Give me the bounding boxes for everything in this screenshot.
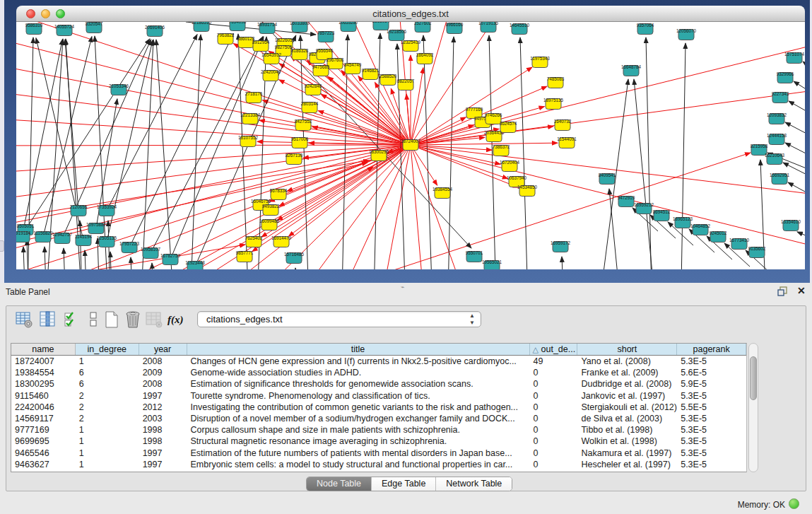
column-header-in_degree[interactable]: in_degree (76, 344, 139, 355)
select-all-checks-icon[interactable] (63, 310, 81, 329)
column-header-pagerank[interactable]: pagerank (677, 344, 746, 355)
graph-node-label: 5678334 (270, 188, 288, 193)
column-header-title[interactable]: title (187, 344, 530, 355)
cell-name: 9463627 (11, 459, 76, 470)
table-mode-icon[interactable] (15, 310, 33, 329)
cell-pagerank: 5.5E-5 (677, 402, 746, 413)
graph-node-label: 18107552 (238, 135, 259, 140)
cytoscape-desktop: citations_edges.txt 18724007183002951938… (4, 0, 810, 283)
cell-year: 2008 (139, 356, 187, 367)
graph-node-label: 8215958 (751, 144, 768, 148)
graph-node-label: 8320547 (86, 22, 103, 26)
table-row[interactable]: 969969511998Structural magnetic resonanc… (11, 436, 746, 447)
close-panel-icon[interactable]: ✕ (797, 285, 806, 296)
scrollbar-thumb[interactable] (750, 356, 757, 400)
table-header-row[interactable]: namein_degreeyeartitle△ out_de...shortpa… (11, 344, 746, 356)
tab-edge-table[interactable]: Edge Table (372, 477, 436, 491)
cell-in_degree: 6 (76, 378, 139, 390)
table-row[interactable]: 977716911998Corpus callosum shape and si… (11, 424, 746, 436)
function-builder-icon[interactable]: f(x) (167, 310, 192, 329)
cell-name: 19384554 (11, 367, 76, 378)
column-header-year[interactable]: year (139, 344, 187, 355)
graph-edge (152, 263, 155, 269)
table-vertical-scrollbar[interactable] (748, 343, 758, 472)
graph-node-label: 6966160 (446, 22, 464, 27)
delete-table-icon[interactable] (145, 310, 163, 329)
graph-node-label: 1864092 (416, 52, 434, 57)
graph-node-label: 9857771 (236, 250, 254, 255)
graph-node-label: 16543912 (261, 52, 282, 57)
column-header-short[interactable]: short (577, 344, 677, 355)
cell-pagerank: 5.3E-5 (677, 413, 746, 424)
table-row[interactable]: 911546021997Tourette syndrome. Phenomeno… (11, 390, 746, 402)
graph-node-label: 9827505 (275, 45, 293, 49)
node-table[interactable]: namein_degreeyeartitle△ out_de...shortpa… (11, 343, 747, 472)
table-row[interactable]: 946554611997Estimation of the future num… (11, 448, 746, 459)
graph-node-label: 16959172 (551, 240, 571, 245)
network-canvas[interactable]: 1872400718300295193845549777169949756897… (16, 22, 805, 269)
table-row[interactable]: 1872400712008Changes of HCN gene express… (11, 356, 746, 367)
graph-node-label: 21053346 (109, 83, 129, 88)
table-selector-dropdown[interactable]: citations_edges.txt ▲▼ (197, 311, 481, 327)
unselect-rows-icon[interactable] (84, 310, 102, 329)
cell-in_degree: 2 (76, 390, 139, 402)
graph-node-label: 8267130 (286, 153, 303, 158)
tab-network-table[interactable]: Network Table (436, 477, 512, 491)
graph-edge (16, 145, 411, 146)
cell-pagerank: 5.3E-5 (677, 448, 746, 459)
graph-node-label: 8505051 (17, 223, 35, 228)
graph-edge (279, 80, 411, 145)
panel-resize-grip[interactable]: ⌁ (401, 284, 404, 291)
cell-title: Tourette syndrome. Phenomenology and cla… (187, 390, 530, 402)
table-row[interactable]: 2242004622012Investigating the contribut… (11, 402, 746, 413)
graph-node-label: 8186328 (291, 48, 309, 53)
graph-node-label: 3919184 (16, 230, 31, 235)
graph-node-label: 1145194 (75, 234, 93, 239)
cell-out_degree: 0 (530, 402, 578, 413)
cell-short: Stergiakouli et al. (2012) (577, 402, 677, 413)
cell-out_degree: 0 (530, 367, 578, 378)
table-row[interactable]: 1938455462009Genome-wide association stu… (11, 367, 746, 378)
cell-year: 1998 (139, 436, 187, 447)
float-panel-icon[interactable] (777, 286, 789, 296)
graph-edge (411, 143, 558, 145)
cell-pagerank: 5.3E-5 (677, 436, 746, 447)
cell-out_degree: 0 (530, 390, 578, 402)
graph-edge (646, 37, 652, 269)
cell-out_degree: 0 (530, 448, 578, 459)
delete-column-trash-icon[interactable] (124, 310, 142, 329)
graph-edge (16, 22, 411, 145)
cell-year: 2008 (139, 378, 187, 390)
graph-node-label: 8454749 (344, 62, 362, 67)
cell-out_degree: 0 (530, 436, 578, 447)
table-body[interactable]: 1872400712008Changes of HCN gene express… (11, 356, 746, 470)
graph-node-label: 16773410 (729, 238, 750, 243)
cell-name: 9777169 (11, 424, 76, 436)
table-row[interactable]: 1830029562008Estimation of significance … (11, 378, 746, 390)
graph-edge (785, 122, 805, 149)
column-header-out_degree[interactable]: △ out_de... (530, 344, 578, 355)
new-column-icon[interactable] (102, 310, 121, 329)
tab-node-table[interactable]: Node Table (307, 477, 372, 491)
cell-short: Hescheler et al. (1997) (577, 459, 677, 470)
cell-pagerank: 5.9E-5 (677, 378, 746, 390)
cell-in_degree: 1 (76, 356, 139, 367)
table-row[interactable]: 946362711997Embryonic stem cells: a mode… (11, 459, 746, 470)
graph-edge (794, 81, 805, 108)
show-column-icon[interactable] (39, 310, 57, 329)
graph-edge (634, 79, 658, 269)
column-header-name[interactable]: name (11, 344, 76, 355)
collapsed-panel-handle[interactable] (0, 240, 4, 252)
graph-edge (788, 182, 805, 209)
graph-node-label: 19565021 (482, 259, 502, 264)
network-window-titlebar[interactable]: citations_edges.txt (16, 6, 805, 22)
graph-node-label: 7485083 (547, 76, 565, 81)
graph-node-label: 10637940 (507, 175, 527, 180)
graph-node-label: 18965123 (673, 216, 693, 221)
table-row[interactable]: 1456911722003Disruption of a novel membe… (11, 413, 746, 424)
cell-out_degree: 49 (530, 356, 578, 367)
memory-status-indicator[interactable] (789, 498, 799, 509)
graph-node-label: 9517006 (291, 136, 309, 141)
graph-node-label: 16914479 (271, 235, 292, 240)
graph-edge (562, 257, 565, 269)
